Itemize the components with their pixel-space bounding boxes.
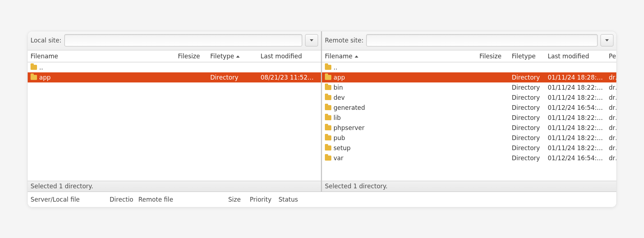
folder-icon <box>325 65 331 70</box>
cell-size <box>477 72 509 82</box>
cell-type: Directory <box>509 123 545 133</box>
folder-icon <box>325 145 331 151</box>
cell-size <box>477 93 509 103</box>
local-site-label: Local site: <box>31 37 61 44</box>
cell-perm: drwx <box>606 72 616 82</box>
folder-icon <box>325 105 331 110</box>
cell-modified: 01/11/24 18:22:00 <box>545 143 606 153</box>
cell-modified: 01/12/24 16:54:00 <box>545 153 606 163</box>
col-permissions[interactable]: Perm <box>606 50 616 62</box>
table-row[interactable]: libDirectory01/11/24 18:22:00drwx <box>322 113 616 123</box>
cell-perm <box>606 62 616 72</box>
folder-icon <box>325 135 331 140</box>
remote-site-label: Remote site: <box>325 37 363 44</box>
table-row[interactable]: binDirectory01/11/24 18:22:00drwx <box>322 82 616 93</box>
remote-site-bar: Remote site: <box>322 31 616 50</box>
cell-size <box>477 103 509 113</box>
cell-modified: 01/12/24 16:54:00 <box>545 103 606 113</box>
folder-icon <box>31 65 37 70</box>
sort-asc-icon <box>355 55 358 58</box>
cell-type: Directory <box>509 72 545 82</box>
queue-col-server-local[interactable]: Server/Local file <box>31 196 110 203</box>
cell-modified: 01/11/24 18:22:00 <box>545 123 606 133</box>
cell-modified: 08/21/23 11:52… <box>258 72 321 82</box>
cell-modified <box>545 62 606 72</box>
local-site-bar: Local site: <box>28 31 321 50</box>
col-filetype[interactable]: Filetype <box>509 50 545 62</box>
remote-status-bar: Selected 1 directory. <box>322 181 616 192</box>
folder-icon <box>325 115 331 120</box>
file-name: .. <box>39 64 43 71</box>
col-filesize[interactable]: Filesize <box>175 50 207 62</box>
chevron-down-icon <box>310 39 313 41</box>
remote-status-text: Selected 1 directory. <box>325 183 387 190</box>
cell-modified: 01/11/24 18:22:00 <box>545 113 606 123</box>
remote-pane: Remote site: Filename Filesize Filety <box>322 31 616 192</box>
local-status-bar: Selected 1 directory. <box>28 181 321 192</box>
file-name: .. <box>334 64 337 71</box>
cell-type: Directory <box>509 153 545 163</box>
folder-icon <box>325 156 331 161</box>
local-site-input[interactable] <box>64 34 302 46</box>
remote-site-dropdown[interactable] <box>601 34 613 46</box>
table-row[interactable]: setupDirectory01/11/24 18:22:00drwx <box>322 143 616 153</box>
local-status-text: Selected 1 directory. <box>31 183 93 190</box>
file-name: bin <box>334 84 343 91</box>
cell-type: Directory <box>509 113 545 123</box>
cell-perm: drwx <box>606 113 616 123</box>
sort-asc-icon <box>236 55 240 58</box>
cell-type: Directory <box>509 93 545 103</box>
table-row[interactable]: devDirectory01/11/24 18:22:00drwx <box>322 93 616 103</box>
cell-modified <box>258 62 321 72</box>
chevron-down-icon <box>605 39 609 41</box>
table-row[interactable]: phpserverDirectory01/11/24 18:22:00drwx <box>322 123 616 133</box>
col-last-modified[interactable]: Last modified <box>258 50 321 62</box>
file-name: phpserver <box>334 124 364 131</box>
cell-size <box>477 153 509 163</box>
local-site-dropdown[interactable] <box>305 34 318 46</box>
table-row[interactable]: varDirectory01/12/24 16:54:00drwx <box>322 153 616 163</box>
queue-col-status[interactable]: Status <box>279 196 307 203</box>
folder-icon <box>325 75 331 80</box>
cell-type <box>509 62 545 72</box>
cell-modified: 01/11/24 18:28:00 <box>545 72 606 82</box>
cell-type <box>207 62 258 72</box>
file-name: generated <box>334 104 365 111</box>
table-row[interactable]: .. <box>322 62 616 72</box>
table-row[interactable]: appDirectory08/21/23 11:52… <box>28 72 321 82</box>
col-filesize[interactable]: Filesize <box>477 50 509 62</box>
table-row[interactable]: appDirectory01/11/24 18:28:00drwx <box>322 72 616 82</box>
split-panes: Local site: Filename Filesize Filetyp <box>28 31 616 192</box>
col-filename[interactable]: Filename <box>28 50 175 62</box>
local-file-list: Filename Filesize Filetype Last modified… <box>28 50 321 181</box>
file-name: setup <box>334 144 351 152</box>
queue-col-remote-file[interactable]: Remote file <box>138 196 228 203</box>
cell-modified: 01/11/24 18:22:00 <box>545 133 606 143</box>
cell-type: Directory <box>509 133 545 143</box>
col-last-modified[interactable]: Last modified <box>545 50 606 62</box>
cell-perm: drwx <box>606 133 616 143</box>
table-row[interactable]: .. <box>28 62 321 72</box>
queue-col-size[interactable]: Size <box>228 196 250 203</box>
file-name: app <box>39 74 51 81</box>
ftp-client-window: Local site: Filename Filesize Filetyp <box>27 31 617 207</box>
cell-perm: drwx <box>606 103 616 113</box>
file-name: lib <box>334 114 341 121</box>
folder-icon <box>325 95 331 100</box>
remote-site-input[interactable] <box>366 34 598 46</box>
col-filetype[interactable]: Filetype <box>207 50 258 62</box>
queue-col-direction[interactable]: Directio <box>110 196 138 203</box>
cell-type: Directory <box>207 72 258 82</box>
queue-col-priority[interactable]: Priority <box>250 196 279 203</box>
cell-size <box>175 72 207 82</box>
cell-size <box>477 113 509 123</box>
cell-size <box>477 143 509 153</box>
cell-perm: drwx <box>606 93 616 103</box>
table-row[interactable]: generatedDirectory01/12/24 16:54:00drwx <box>322 103 616 113</box>
folder-icon <box>31 75 37 80</box>
file-name: dev <box>334 94 345 101</box>
table-row[interactable]: pubDirectory01/11/24 18:22:00drwx <box>322 133 616 143</box>
col-filename[interactable]: Filename <box>322 50 477 62</box>
folder-icon <box>325 85 331 90</box>
cell-size <box>477 123 509 133</box>
